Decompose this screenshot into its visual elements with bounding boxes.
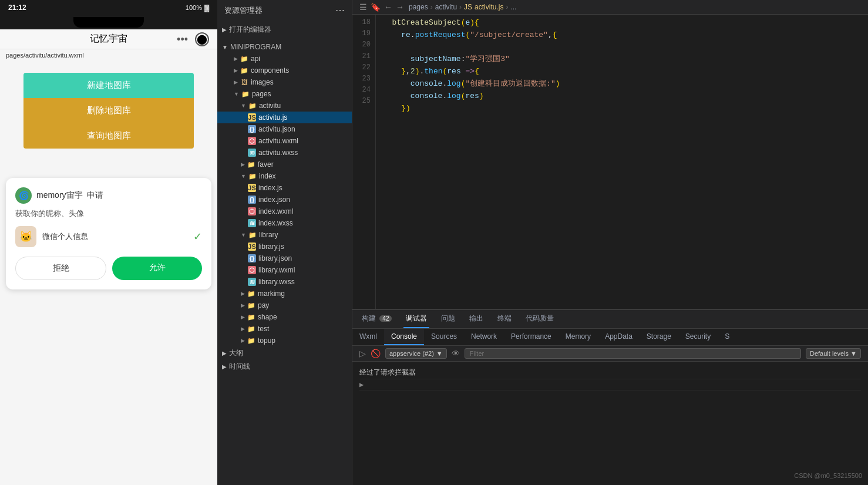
play-button[interactable]: ▷ bbox=[359, 349, 366, 358]
tab-extra[interactable]: S bbox=[718, 329, 736, 345]
delete-library-button[interactable]: 删除地图库 bbox=[23, 98, 194, 123]
breadcrumb-more[interactable]: ... bbox=[510, 3, 516, 11]
folder-icon: 📁 bbox=[247, 325, 255, 333]
folder-arrow: ▶ bbox=[241, 161, 245, 167]
bookmark-icon[interactable]: 🔖 bbox=[371, 2, 381, 12]
tab-code-quality[interactable]: 代码质量 bbox=[523, 310, 556, 328]
file-activitu-wxml[interactable]: ⬡ activitu.wxml bbox=[217, 135, 352, 147]
level-arrow-icon: ▼ bbox=[850, 350, 857, 357]
console-line-1: 经过了请求拦截器 bbox=[359, 366, 861, 379]
folder-images[interactable]: ▶ 🖼 images bbox=[217, 76, 352, 88]
wxss-icon: ≋ bbox=[248, 278, 256, 286]
watermark: CSDN @m0_53215500 bbox=[794, 472, 862, 479]
more-dots[interactable]: ••• bbox=[177, 33, 188, 45]
tab-issues[interactable]: 问题 bbox=[439, 310, 457, 328]
tab-output[interactable]: 输出 bbox=[467, 310, 486, 328]
folder-faver[interactable]: ▶ 📁 faver bbox=[217, 159, 352, 170]
breadcrumb-activitu[interactable]: activitu bbox=[435, 3, 457, 11]
folder-activitu[interactable]: ▼ 📁 activitu bbox=[217, 100, 352, 112]
tab-storage[interactable]: Storage bbox=[640, 329, 678, 345]
console-text-1: 经过了请求拦截器 bbox=[359, 368, 416, 378]
tab-terminal[interactable]: 终端 bbox=[495, 310, 514, 328]
code-line-21: subjectName:"学习强国3" bbox=[383, 53, 861, 66]
record-button[interactable]: ⬤ bbox=[195, 32, 209, 46]
tab-debugger[interactable]: 调试器 bbox=[403, 310, 429, 328]
log-level-select[interactable]: Default levels ▼ bbox=[806, 348, 861, 359]
permission-header: 🌀 memory宙宇 申请 bbox=[15, 187, 202, 204]
file-library-js[interactable]: JS library.js bbox=[217, 241, 352, 252]
devtools-chrome-tabs: Wxml Console Sources Network Performance… bbox=[352, 329, 868, 346]
timeline-title[interactable]: ▶ 时间线 bbox=[217, 360, 352, 373]
outline-title[interactable]: ▶ 大纲 bbox=[217, 346, 352, 360]
console-filter-input[interactable] bbox=[465, 348, 801, 359]
folder-markimg[interactable]: ▶ 📁 markimg bbox=[217, 288, 352, 299]
file-activitu-js[interactable]: JS activitu.js bbox=[217, 112, 352, 123]
block-button[interactable]: 🚫 bbox=[371, 349, 381, 358]
library-buttons: 新建地图库 删除地图库 查询地图库 bbox=[0, 61, 217, 160]
query-library-button[interactable]: 查询地图库 bbox=[23, 123, 194, 149]
tab-sources[interactable]: Sources bbox=[424, 329, 464, 345]
folder-pages[interactable]: ▼ 📁 pages bbox=[217, 88, 352, 100]
breadcrumb-file[interactable]: activitu.js bbox=[475, 3, 503, 11]
code-topbar: ☰ 🔖 ← → pages › activitu › JS activitu.j… bbox=[352, 0, 868, 15]
file-library-wxss[interactable]: ≋ library.wxss bbox=[217, 276, 352, 288]
file-activitu-wxss[interactable]: ≋ activitu.wxss bbox=[217, 147, 352, 159]
file-panel-more[interactable]: ⋯ bbox=[335, 5, 345, 16]
folder-test[interactable]: ▶ 📁 test bbox=[217, 323, 352, 335]
folder-index[interactable]: ▼ 📁 index bbox=[217, 170, 352, 182]
phone-content: 记忆宇宙 ••• ⬤ pages/activitu/activitu.wxml … bbox=[0, 29, 217, 485]
tab-wxml[interactable]: Wxml bbox=[352, 329, 384, 345]
code-line-24: console.log(res) bbox=[383, 90, 861, 103]
breadcrumb-sep3: › bbox=[506, 3, 508, 11]
tab-memory[interactable]: Memory bbox=[559, 329, 598, 345]
folder-icon: 📁 bbox=[248, 102, 257, 110]
breadcrumb-pages[interactable]: pages bbox=[409, 3, 428, 11]
phone-time: 21:12 bbox=[8, 4, 26, 12]
new-library-button[interactable]: 新建地图库 bbox=[23, 73, 194, 98]
forward-arrow-icon[interactable]: → bbox=[396, 2, 404, 12]
code-content[interactable]: btCreateSubject(e){ re.postRequest("/sub… bbox=[376, 15, 868, 309]
devtools-panel: 构建 42 调试器 问题 输出 终端 代码质量 Wxml Console Sou… bbox=[352, 309, 868, 485]
miniprogram-title[interactable]: ▼ MINIPROGRAM bbox=[217, 41, 352, 53]
json-icon: {} bbox=[248, 196, 256, 204]
folder-components[interactable]: ▶ 📁 components bbox=[217, 65, 352, 76]
js-icon: JS bbox=[248, 242, 256, 251]
build-badge: 42 bbox=[379, 315, 392, 322]
code-editor[interactable]: 18 19 20 21 22 23 24 25 btCreateSubject(… bbox=[352, 15, 868, 309]
expand-arrow-icon[interactable]: ▶ bbox=[359, 380, 364, 389]
allow-button[interactable]: 允许 bbox=[112, 257, 202, 280]
breadcrumb: pages › activitu › JS activitu.js › ... bbox=[409, 3, 516, 11]
file-index-wxml[interactable]: ⬡ index.wxml bbox=[217, 206, 352, 217]
back-arrow-icon[interactable]: ← bbox=[384, 2, 392, 12]
phone-simulator: 21:12 100% ▓ 记忆宇宙 ••• ⬤ pages/activitu/a… bbox=[0, 0, 217, 485]
folder-shape[interactable]: ▶ 📁 shape bbox=[217, 311, 352, 323]
folder-library[interactable]: ▼ 📁 library bbox=[217, 229, 352, 241]
console-expand-line[interactable]: ▶ bbox=[359, 379, 861, 390]
file-library-wxml[interactable]: ⬡ library.wxml bbox=[217, 264, 352, 276]
tab-appdata[interactable]: AppData bbox=[598, 329, 640, 345]
tab-build[interactable]: 构建 42 bbox=[359, 310, 394, 328]
list-icon[interactable]: ☰ bbox=[359, 2, 367, 12]
reject-button[interactable]: 拒绝 bbox=[15, 257, 106, 280]
file-index-js[interactable]: JS index.js bbox=[217, 182, 352, 194]
nav-icons: ☰ 🔖 ← → bbox=[359, 2, 404, 12]
folder-api[interactable]: ▶ 📁 api bbox=[217, 53, 352, 65]
open-editors-title[interactable]: ▶ 打开的编辑器 bbox=[217, 23, 352, 36]
eye-icon[interactable]: 👁 bbox=[452, 349, 460, 358]
folder-icon: 📁 bbox=[248, 231, 257, 239]
folder-pay[interactable]: ▶ 📁 pay bbox=[217, 299, 352, 311]
tab-security[interactable]: Security bbox=[678, 329, 718, 345]
tab-network[interactable]: Network bbox=[464, 329, 504, 345]
tab-performance[interactable]: Performance bbox=[504, 329, 559, 345]
file-index-wxss[interactable]: ≋ index.wxss bbox=[217, 217, 352, 229]
file-library-json[interactable]: {} library.json bbox=[217, 252, 352, 264]
breadcrumb-sep2: › bbox=[459, 3, 462, 11]
tab-console[interactable]: Console bbox=[384, 329, 424, 345]
folder-topup[interactable]: ▶ 📁 topup bbox=[217, 335, 352, 346]
app-avatar: 🌀 bbox=[15, 187, 32, 204]
service-select[interactable]: appservice (#2) ▼ bbox=[385, 348, 447, 359]
code-line-23: console.log("创建科目成功返回数据:") bbox=[383, 78, 861, 90]
file-activitu-json[interactable]: {} activitu.json bbox=[217, 123, 352, 135]
file-index-json[interactable]: {} index.json bbox=[217, 194, 352, 206]
service-label: appservice (#2) bbox=[389, 350, 434, 357]
